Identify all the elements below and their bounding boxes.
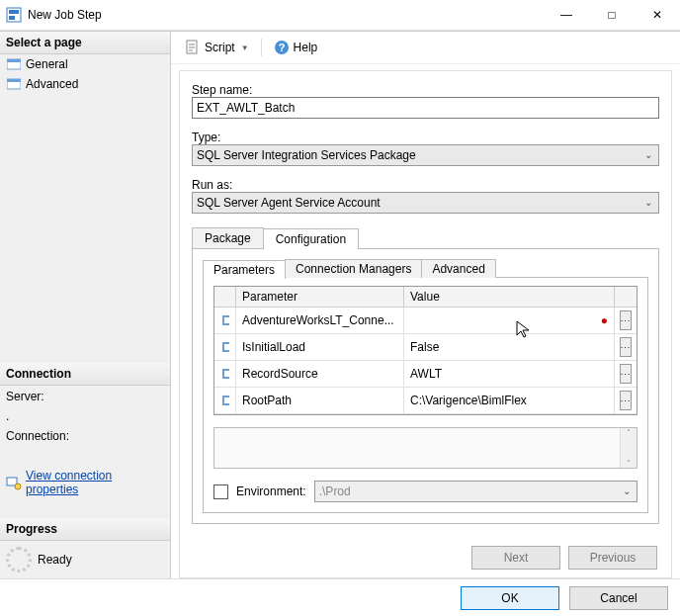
connection-sub-label: Connection: — [0, 425, 170, 445]
minimize-button[interactable]: — — [544, 0, 589, 30]
ellipsis-button[interactable]: ··· — [620, 337, 633, 357]
step-name-label: Step name: — [192, 83, 659, 97]
close-button[interactable]: ✕ — [635, 0, 680, 30]
tab-configuration[interactable]: Configuration — [263, 228, 359, 249]
tab-configuration-panel: Parameters Connection Managers Advanced … — [192, 248, 659, 524]
next-button[interactable]: Next — [471, 546, 560, 570]
param-name: AdventureWorksLT_Conne... — [236, 308, 404, 334]
title-bar: New Job Step — □ ✕ — [0, 0, 680, 31]
scrollbar[interactable]: ˄ ˅ — [620, 428, 637, 468]
run-as-value: SQL Server Agent Service Account — [197, 196, 381, 210]
progress-status: Ready — [38, 553, 72, 567]
select-page-header: Select a page — [0, 32, 170, 54]
scroll-down-icon: ˅ — [621, 459, 637, 468]
parameter-row[interactable]: AdventureWorksLT_Conne... ● ··· — [214, 308, 637, 334]
parameter-row[interactable]: RecordSource AWLT ··· — [214, 361, 637, 388]
grid-header-icon — [214, 287, 236, 308]
app-icon — [6, 7, 22, 23]
tab-package[interactable]: Package — [192, 227, 264, 248]
svg-rect-17 — [224, 371, 229, 377]
server-value: . — [0, 405, 170, 425]
param-value: C:\Varigence\BimlFlex — [404, 388, 615, 414]
script-icon — [185, 40, 201, 55]
parameter-icon — [214, 388, 236, 414]
page-icon — [6, 56, 22, 72]
window-title: New Job Step — [28, 8, 102, 22]
script-button[interactable]: Script ▼ — [181, 38, 253, 57]
param-name: RecordSource — [236, 361, 404, 388]
step-name-input[interactable] — [192, 97, 659, 119]
environment-checkbox[interactable] — [213, 484, 228, 499]
maximize-button[interactable]: □ — [589, 0, 635, 30]
parameter-row[interactable]: IsInitialLoad False ··· — [214, 334, 637, 361]
sidebar-page-label: Advanced — [26, 77, 78, 91]
svg-point-8 — [15, 484, 21, 489]
toolbar-separator — [261, 39, 262, 56]
description-box: ˄ ˅ — [213, 427, 638, 469]
parameters-panel: Parameter Value AdventureWorksLT_Conne..… — [203, 277, 648, 513]
sidebar: Select a page General Advanced Connectio… — [0, 32, 171, 578]
svg-rect-1 — [9, 10, 19, 14]
ok-button[interactable]: OK — [461, 586, 559, 610]
svg-rect-13 — [224, 317, 229, 323]
error-icon: ● — [601, 313, 608, 327]
svg-rect-15 — [224, 344, 229, 350]
environment-label: Environment: — [236, 484, 306, 498]
tab-parameters[interactable]: Parameters — [203, 260, 286, 279]
environment-value: .\Prod — [319, 484, 351, 498]
chevron-down-icon: ⌄ — [644, 149, 652, 160]
sidebar-page-general[interactable]: General — [0, 54, 170, 74]
run-as-combo[interactable]: SQL Server Agent Service Account ⌄ — [192, 192, 659, 214]
chevron-down-icon: ⌄ — [623, 485, 631, 496]
help-button[interactable]: ? Help — [270, 38, 322, 57]
svg-rect-4 — [7, 59, 21, 62]
help-label: Help — [294, 41, 318, 54]
tab-advanced[interactable]: Advanced — [421, 259, 495, 278]
progress-ring-icon — [6, 547, 32, 572]
dialog-footer: OK Cancel — [0, 578, 680, 616]
ellipsis-button[interactable]: ··· — [620, 364, 633, 384]
svg-rect-19 — [224, 397, 229, 403]
progress-header: Progress — [0, 518, 170, 541]
sidebar-page-advanced[interactable]: Advanced — [0, 74, 170, 94]
ellipsis-button[interactable]: ··· — [620, 391, 633, 410]
run-as-label: Run as: — [192, 178, 659, 192]
type-value: SQL Server Integration Services Package — [197, 148, 416, 162]
grid-header-value: Value — [404, 287, 615, 308]
scroll-up-icon: ˄ — [621, 428, 637, 437]
content-area: Script ▼ ? Help Step name: Type: SQL Ser… — [171, 32, 680, 578]
connection-value — [0, 445, 170, 465]
environment-combo[interactable]: .\Prod ⌄ — [314, 481, 638, 502]
connection-icon — [6, 475, 22, 490]
cancel-button[interactable]: Cancel — [569, 586, 668, 610]
script-label: Script — [205, 41, 235, 54]
parameter-icon — [214, 334, 236, 361]
param-value: AWLT — [404, 361, 615, 388]
grid-header-action — [615, 287, 637, 308]
param-value: False — [404, 334, 615, 361]
svg-rect-6 — [7, 79, 21, 82]
ellipsis-button[interactable]: ··· — [620, 310, 633, 330]
param-name: IsInitialLoad — [236, 334, 404, 361]
connection-header: Connection — [0, 363, 170, 386]
svg-text:?: ? — [278, 42, 285, 53]
chevron-down-icon: ▼ — [241, 44, 249, 52]
param-name: RootPath — [236, 388, 404, 414]
parameter-icon — [214, 361, 236, 388]
page-icon — [6, 76, 22, 92]
parameter-row[interactable]: RootPath C:\Varigence\BimlFlex ··· — [214, 388, 637, 414]
chevron-down-icon: ⌄ — [644, 197, 652, 208]
help-icon: ? — [274, 40, 290, 55]
type-combo[interactable]: SQL Server Integration Services Package … — [192, 144, 659, 166]
view-connection-properties-link[interactable]: View connection properties — [26, 469, 164, 496]
tab-connection-managers[interactable]: Connection Managers — [285, 259, 422, 278]
svg-rect-2 — [9, 16, 15, 20]
parameter-grid: Parameter Value AdventureWorksLT_Conne..… — [213, 286, 638, 415]
toolbar: Script ▼ ? Help — [171, 32, 680, 64]
parameter-icon — [214, 308, 236, 334]
type-label: Type: — [192, 131, 659, 144]
previous-button[interactable]: Previous — [568, 546, 657, 570]
server-label: Server: — [0, 386, 170, 405]
sidebar-page-label: General — [26, 57, 68, 71]
grid-header-parameter: Parameter — [236, 287, 404, 308]
